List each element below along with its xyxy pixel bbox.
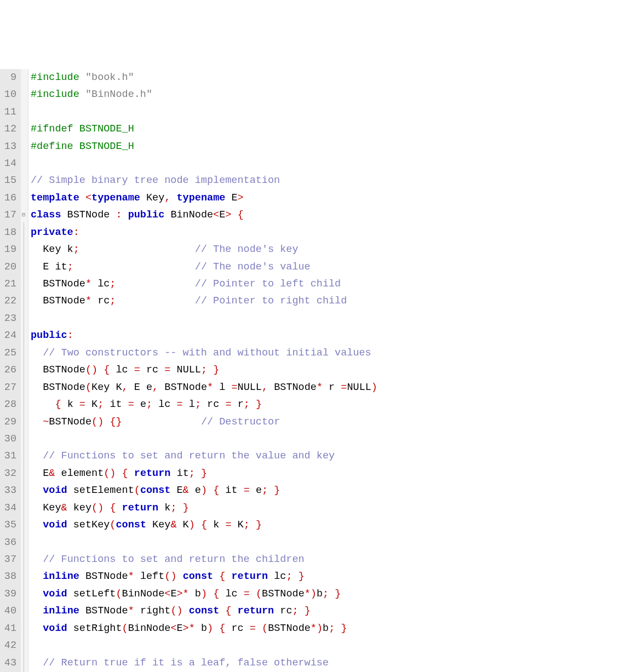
code-line[interactable]: #ifndef BSTNODE_H (31, 120, 631, 137)
fold-column[interactable]: ⊟ (21, 69, 28, 672)
code-line[interactable]: BSTNode() { lc = rc = NULL; } (31, 361, 631, 378)
token-plain: Key (146, 519, 170, 531)
code-line[interactable]: // Functions to set and return the child… (31, 551, 631, 568)
code-line[interactable]: #include "book.h" (31, 69, 631, 86)
token-op: { (225, 605, 231, 617)
token-op: { (238, 209, 244, 221)
token-plain (97, 364, 104, 376)
token-plain (256, 623, 262, 634)
line-number: 14 (2, 155, 16, 172)
token-plain: Key (140, 192, 164, 204)
token-plain (79, 192, 85, 204)
token-op: () (104, 468, 116, 479)
token-op: ( (85, 382, 91, 393)
code-line[interactable]: void setElement(const E& e) { it = e; } (31, 482, 631, 499)
code-line[interactable]: // Return true if it is a leaf, false ot… (31, 654, 631, 671)
token-plain: setKey (67, 519, 110, 531)
token-op: ) (189, 519, 195, 531)
token-string: "book.h" (85, 72, 134, 83)
token-plain (104, 502, 110, 514)
code-line[interactable]: // Simple binary tree node implementatio… (31, 172, 631, 189)
token-comment: // Functions to set and return the value… (43, 450, 335, 462)
token-keyword: const (183, 571, 214, 582)
token-comment: // Pointer to right child (195, 295, 347, 307)
token-keyword: return (134, 468, 171, 479)
line-number: 23 (2, 310, 16, 327)
code-line[interactable]: void setKey(const Key& K) { k = K; } (31, 516, 631, 533)
code-line[interactable]: template <typename Key, typename E> (31, 189, 631, 206)
token-plain (31, 416, 43, 428)
code-line[interactable]: BSTNode* lc; // Pointer to left child (31, 275, 631, 292)
code-line[interactable]: BSTNode* rc; // Pointer to right child (31, 292, 631, 309)
code-area[interactable]: #include "book.h"#include "BinNode.h" #i… (28, 69, 631, 672)
token-plain (31, 605, 43, 617)
code-line[interactable]: private: (31, 224, 631, 241)
token-keyword: template (31, 192, 79, 204)
token-op: = (231, 382, 237, 393)
token-plain: BSTNode (268, 382, 317, 393)
token-plain (195, 519, 201, 531)
token-op: < (164, 588, 170, 600)
token-op: : (67, 330, 73, 341)
code-editor[interactable]: 9101112131415161718192021222324252627282… (0, 69, 631, 672)
token-op: , (164, 192, 170, 204)
code-line[interactable] (31, 534, 631, 551)
code-line[interactable]: BSTNode(Key K, E e, BSTNode* l =NULL, BS… (31, 379, 631, 396)
token-op: *) (311, 623, 323, 634)
code-line[interactable]: E& element() { return it; } (31, 465, 631, 482)
line-number: 22 (2, 292, 16, 309)
token-plain (250, 519, 256, 531)
token-plain (31, 657, 43, 669)
code-line[interactable]: Key& key() { return k; } (31, 499, 631, 516)
code-line[interactable] (31, 430, 631, 447)
token-plain: BinNode (164, 209, 213, 221)
code-line[interactable]: Key k; // The node's key (31, 241, 631, 258)
code-line[interactable]: ~BSTNode() {} // Destructor (31, 413, 631, 430)
fold-toggle-icon[interactable]: ⊟ (22, 212, 25, 218)
code-line[interactable]: public: (31, 327, 631, 344)
line-number: 35 (2, 516, 16, 533)
token-include: #include (31, 72, 85, 83)
token-keyword: return (122, 502, 159, 514)
token-op: ; (73, 244, 79, 255)
token-plain: NULL (347, 382, 371, 393)
token-op: } (299, 571, 305, 582)
code-line[interactable]: void setRight(BinNode<E>* b) { rc = (BST… (31, 620, 631, 637)
code-line[interactable] (31, 637, 631, 654)
token-plain: b (317, 588, 323, 600)
code-line[interactable] (31, 310, 631, 327)
line-number: 31 (2, 447, 16, 464)
code-line[interactable]: inline BSTNode* right() const { return r… (31, 602, 631, 619)
token-plain: E (170, 588, 176, 600)
token-plain: BSTNode (31, 278, 85, 290)
code-line[interactable]: // Two constructors -- with and without … (31, 344, 631, 361)
token-plain: E it (31, 261, 67, 273)
code-line[interactable]: #define BSTNODE_H (31, 138, 631, 155)
token-keyword: void (43, 485, 67, 496)
code-line[interactable]: { k = K; it = e; lc = l; rc = r; } (31, 396, 631, 413)
code-line[interactable] (31, 104, 631, 120)
token-plain: setRight (67, 623, 122, 634)
token-plain: lc (152, 399, 176, 410)
code-line[interactable]: void setLeft(BinNode<E>* b) { lc = (BSTN… (31, 585, 631, 602)
line-number: 38 (2, 568, 16, 585)
token-include: #include (31, 89, 85, 100)
token-plain: r (232, 399, 244, 410)
code-line[interactable]: // Functions to set and return the value… (31, 447, 631, 464)
token-plain: BSTNode (268, 623, 311, 634)
token-plain (170, 192, 176, 204)
token-op: ) (201, 588, 207, 600)
token-keyword: const (189, 605, 220, 617)
token-comment: // Pointer to left child (195, 278, 341, 290)
token-plain: e (189, 485, 201, 496)
token-plain (31, 554, 43, 565)
code-line[interactable] (31, 155, 631, 172)
token-op: ; (170, 502, 176, 514)
token-plain (299, 605, 305, 617)
code-line[interactable]: E it; // The node's value (31, 259, 631, 275)
code-line[interactable]: class BSTNode : public BinNode<E> { (31, 206, 631, 223)
code-line[interactable]: inline BSTNode* left() const { return lc… (31, 568, 631, 585)
code-line[interactable]: #include "BinNode.h" (31, 86, 631, 103)
line-number: 30 (2, 430, 16, 447)
line-number: 34 (2, 499, 16, 516)
